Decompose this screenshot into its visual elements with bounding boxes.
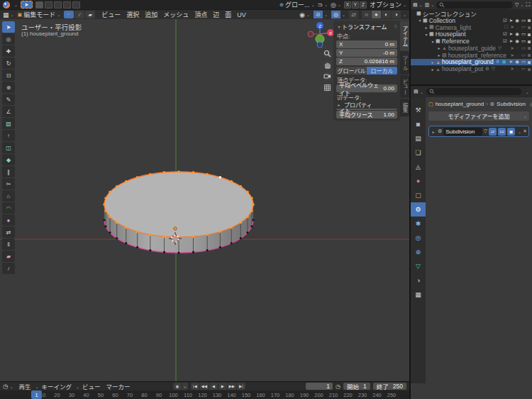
face-select-button[interactable]: ▰ xyxy=(85,11,95,18)
expand-arrow[interactable]: ▸ xyxy=(423,25,429,30)
shading-solid-button[interactable]: ● xyxy=(372,11,381,18)
outliner-row-houseplant_pot[interactable]: ▸▲houseplant_pot⚙▽➤◌▭◙ xyxy=(411,65,532,72)
modifier-name-field[interactable]: Subdivision xyxy=(443,128,482,136)
vertex[interactable] xyxy=(250,209,253,212)
timeline-ruler[interactable]: 1020304050607080901001101201301401501601… xyxy=(0,390,409,399)
next-keyframe-button[interactable]: ▶▶ xyxy=(228,383,236,390)
toggle-screen[interactable]: ▭ xyxy=(521,24,526,30)
vertex[interactable] xyxy=(177,170,180,173)
vertex-select-button[interactable]: ⠂ xyxy=(64,11,74,18)
expand-arrow[interactable]: ▸ xyxy=(436,53,442,58)
toggle-eye-off[interactable]: ◌ xyxy=(516,67,519,72)
visibility-dropdown[interactable]: ◉⌄ xyxy=(299,11,310,18)
field-平均クリース[interactable]: 平均クリース1.00 xyxy=(336,111,397,119)
gizmo-neg-x-axis[interactable] xyxy=(308,31,314,37)
toggle-cam[interactable]: ◙ xyxy=(528,39,531,44)
shading-material-button[interactable]: ◐ xyxy=(382,11,391,18)
edge-select-button[interactable]: ∕ xyxy=(74,11,84,18)
space-グローバル[interactable]: グローバル xyxy=(336,67,367,75)
playhead[interactable]: 1 xyxy=(31,390,42,399)
transform-panel-header[interactable]: ▾トランスフォーム xyxy=(336,23,387,31)
toggle-check[interactable]: ☑ xyxy=(503,38,507,44)
properties-tab-modifiers[interactable]: ⚙ xyxy=(411,202,426,217)
toggle-eye-off[interactable]: ◌ xyxy=(516,53,519,58)
toggle-cursor[interactable]: ➤ xyxy=(511,53,514,58)
select-mode-subtract[interactable] xyxy=(54,1,62,9)
toggle-cam[interactable]: ◙ xyxy=(528,18,531,23)
mode-dropdown[interactable]: ▣ 編集モード⌄ xyxy=(18,10,61,19)
vertex[interactable] xyxy=(206,173,209,176)
toggle-screen[interactable]: ▭ xyxy=(521,18,526,23)
tool-inset-faces[interactable]: ◫ xyxy=(2,142,15,153)
mirror-x-toggle[interactable]: X xyxy=(344,1,351,9)
expand-arrow[interactable]: ▸ xyxy=(430,67,436,72)
select-mode-extend[interactable] xyxy=(45,1,52,9)
outliner-row-houseplant_guide[interactable]: ▸▲houseplant_guide▽➤◌▭◙ xyxy=(411,45,532,52)
active-vertex[interactable] xyxy=(219,176,222,179)
menu-追加[interactable]: 追加 xyxy=(142,10,160,19)
zoom-button[interactable] xyxy=(323,49,332,58)
vertex[interactable] xyxy=(125,180,128,183)
shading-wireframe-button[interactable]: ○ xyxy=(362,11,371,18)
vertex[interactable] xyxy=(192,171,195,174)
outliner-search-input[interactable] xyxy=(436,1,513,9)
tool-edge-slide[interactable]: ⇄ xyxy=(2,226,15,238)
breadcrumb-modifier[interactable]: Subdivision xyxy=(497,101,526,107)
outliner-row-Houseplant[interactable]: ▾▦Houseplant☑➤◉▭◙ xyxy=(411,31,532,38)
select-mode-invert[interactable] xyxy=(63,1,71,9)
vertex[interactable] xyxy=(136,230,139,233)
menu-辺[interactable]: 辺 xyxy=(210,10,222,19)
gizmo-neg-z-axis[interactable] xyxy=(317,42,323,48)
overlays-dropdown[interactable]: ◍⌄ xyxy=(331,11,345,18)
tool-shear[interactable]: ▰ xyxy=(2,251,15,262)
play-button[interactable]: ▶ xyxy=(218,383,227,390)
toggle-eye-off[interactable]: ◌ xyxy=(516,45,519,50)
toggle-eye-off[interactable]: ◌ xyxy=(516,25,519,30)
properties-tab-view-layer[interactable]: ❏ xyxy=(411,146,426,160)
properties-tab-constraints[interactable]: ⊛ xyxy=(411,245,426,259)
toggle-eye[interactable]: ◉ xyxy=(515,18,519,23)
menu-メッシュ[interactable]: メッシュ xyxy=(160,10,192,19)
navigation-gizmo[interactable]: Z X xyxy=(305,21,336,48)
current-frame-field[interactable]: 1 xyxy=(306,383,333,390)
properties-tab-physics[interactable]: ◎ xyxy=(411,231,426,245)
tool-spin[interactable]: ◠ xyxy=(2,202,15,214)
frame-start-field[interactable]: 開始1 xyxy=(343,383,370,390)
outliner-row-houseplant_reference[interactable]: ▸▨houseplant_reference➤◌▭◙ xyxy=(411,52,532,59)
toggle-cam[interactable]: ◙ xyxy=(528,32,531,37)
select-mode-intersect[interactable] xyxy=(72,1,80,9)
frame-end-field[interactable]: 終了250 xyxy=(373,383,406,390)
active-tool-button[interactable]: ➤ xyxy=(21,1,33,9)
toggle-cam[interactable]: ◙ xyxy=(528,67,531,72)
pan-hand-button[interactable] xyxy=(323,60,332,70)
outliner-row-Collection[interactable]: ▾▦Collection☑➤◉▭◙ xyxy=(411,17,532,24)
sidebar-tab-ツール[interactable]: ツール xyxy=(400,51,409,75)
tool-cursor[interactable]: ◎ xyxy=(2,33,15,45)
toggle-cam[interactable]: ◙ xyxy=(528,53,531,58)
toggle-screen[interactable]: ▭ xyxy=(521,31,526,37)
properties-tab-scene[interactable]: ◬ xyxy=(411,160,426,174)
properties-tab-world[interactable]: ● xyxy=(411,174,426,188)
jump-to-start-button[interactable]: |◀ xyxy=(191,383,199,390)
vertex[interactable] xyxy=(240,185,243,188)
outliner-row-houseplant_ground[interactable]: ▸▲houseplant_ground⚙▣➤◉▭◙ xyxy=(411,59,532,66)
modifier-extras-dropdown[interactable]: ⌄ xyxy=(518,129,521,134)
menu-ビュー[interactable]: ビュー xyxy=(99,10,123,19)
expand-arrow[interactable]: ▾ xyxy=(417,18,423,23)
timeline-menu-再生[interactable]: 再生 xyxy=(16,382,33,390)
expand-arrow[interactable]: ▾ xyxy=(423,32,429,37)
toggle-cursor[interactable]: ➤ xyxy=(511,66,514,72)
outliner-display-mode-dropdown[interactable]: ▤⌄ xyxy=(413,2,423,8)
space-ローカル[interactable]: ローカル xyxy=(367,67,397,75)
timeline-menu-マーカー[interactable]: マーカー xyxy=(104,382,133,390)
vertex[interactable] xyxy=(104,209,107,212)
properties-filter-dropdown[interactable]: ⌄ xyxy=(526,89,529,94)
use-preview-range-icon[interactable]: ◷ xyxy=(336,383,340,390)
toggle-cursor[interactable]: ➤ xyxy=(509,31,513,37)
modifier-render-toggle[interactable]: ◙ xyxy=(507,128,515,136)
tool-extrude-region[interactable]: ↑ xyxy=(2,130,15,141)
properties-tab-material[interactable]: ◑ xyxy=(411,273,426,288)
toggle-cursor[interactable]: ➤ xyxy=(509,18,513,23)
keying-dropdown[interactable]: ⌄ xyxy=(182,383,188,390)
outliner-row-Camera_light[interactable]: ▸▦Camera_light☐➤◌▭◙ xyxy=(411,24,532,31)
